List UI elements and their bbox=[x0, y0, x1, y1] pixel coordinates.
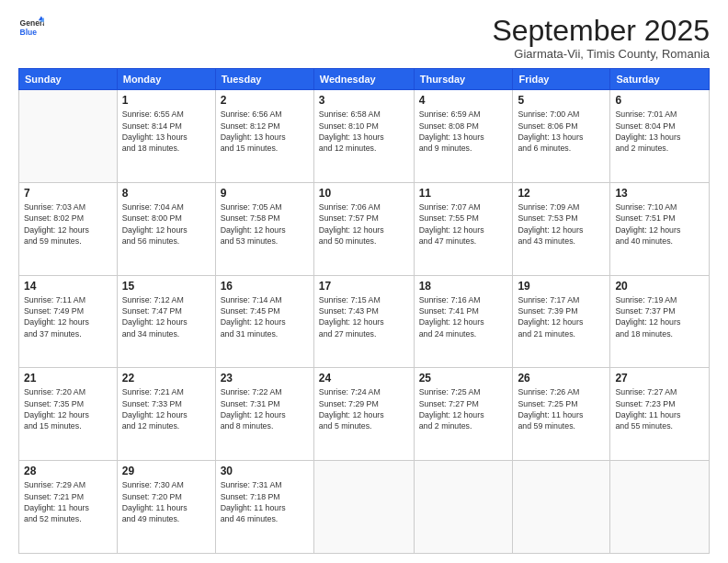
day-info: Sunrise: 7:16 AM Sunset: 7:41 PM Dayligh… bbox=[419, 294, 508, 339]
calendar-cell: 11Sunrise: 7:07 AM Sunset: 7:55 PM Dayli… bbox=[414, 182, 513, 275]
day-number: 10 bbox=[319, 187, 409, 200]
svg-text:Blue: Blue bbox=[20, 28, 38, 37]
calendar-cell: 19Sunrise: 7:17 AM Sunset: 7:39 PM Dayli… bbox=[513, 275, 610, 368]
calendar-cell: 29Sunrise: 7:30 AM Sunset: 7:20 PM Dayli… bbox=[117, 461, 215, 554]
calendar-cell: 23Sunrise: 7:22 AM Sunset: 7:31 PM Dayli… bbox=[215, 368, 313, 461]
day-info: Sunrise: 6:56 AM Sunset: 8:12 PM Dayligh… bbox=[221, 109, 309, 154]
calendar-cell: 4Sunrise: 6:59 AM Sunset: 8:08 PM Daylig… bbox=[414, 90, 513, 183]
calendar-cell bbox=[513, 461, 610, 554]
day-number: 13 bbox=[615, 187, 704, 200]
day-header-friday: Friday bbox=[513, 69, 610, 90]
day-number: 22 bbox=[122, 372, 210, 385]
day-number: 28 bbox=[24, 465, 112, 477]
calendar-cell: 27Sunrise: 7:27 AM Sunset: 7:23 PM Dayli… bbox=[610, 368, 710, 461]
calendar-cell: 24Sunrise: 7:24 AM Sunset: 7:29 PM Dayli… bbox=[313, 368, 414, 461]
day-info: Sunrise: 7:06 AM Sunset: 7:57 PM Dayligh… bbox=[319, 201, 409, 247]
day-info: Sunrise: 7:30 AM Sunset: 7:20 PM Dayligh… bbox=[122, 479, 210, 524]
day-header-saturday: Saturday bbox=[610, 69, 710, 90]
day-number: 8 bbox=[122, 187, 210, 200]
day-number: 3 bbox=[319, 94, 409, 107]
day-info: Sunrise: 7:21 AM Sunset: 7:33 PM Dayligh… bbox=[122, 386, 210, 431]
calendar-cell: 7Sunrise: 7:03 AM Sunset: 8:02 PM Daylig… bbox=[19, 182, 118, 275]
day-number: 20 bbox=[615, 280, 704, 293]
day-info: Sunrise: 7:10 AM Sunset: 7:51 PM Dayligh… bbox=[615, 201, 704, 247]
calendar-cell: 2Sunrise: 6:56 AM Sunset: 8:12 PM Daylig… bbox=[215, 90, 313, 183]
logo: General Blue bbox=[18, 15, 44, 40]
day-number: 30 bbox=[221, 465, 309, 477]
calendar-cell: 18Sunrise: 7:16 AM Sunset: 7:41 PM Dayli… bbox=[414, 275, 513, 368]
day-number: 9 bbox=[221, 187, 309, 200]
day-number: 29 bbox=[122, 465, 210, 477]
day-info: Sunrise: 7:05 AM Sunset: 7:58 PM Dayligh… bbox=[221, 201, 309, 247]
calendar-cell: 14Sunrise: 7:11 AM Sunset: 7:49 PM Dayli… bbox=[19, 275, 118, 368]
day-info: Sunrise: 7:26 AM Sunset: 7:25 PM Dayligh… bbox=[518, 386, 605, 431]
day-number: 26 bbox=[518, 372, 605, 385]
calendar-cell: 28Sunrise: 7:29 AM Sunset: 7:21 PM Dayli… bbox=[19, 461, 118, 554]
day-info: Sunrise: 7:03 AM Sunset: 8:02 PM Dayligh… bbox=[24, 201, 112, 247]
calendar-cell: 17Sunrise: 7:15 AM Sunset: 7:43 PM Dayli… bbox=[313, 275, 414, 368]
day-number: 15 bbox=[122, 280, 210, 293]
calendar-cell: 30Sunrise: 7:31 AM Sunset: 7:18 PM Dayli… bbox=[215, 461, 313, 554]
calendar-cell: 21Sunrise: 7:20 AM Sunset: 7:35 PM Dayli… bbox=[19, 368, 118, 461]
day-info: Sunrise: 7:00 AM Sunset: 8:06 PM Dayligh… bbox=[518, 109, 605, 154]
day-info: Sunrise: 6:59 AM Sunset: 8:08 PM Dayligh… bbox=[419, 109, 508, 154]
day-header-tuesday: Tuesday bbox=[215, 69, 313, 90]
day-number: 14 bbox=[24, 280, 112, 293]
day-number: 1 bbox=[122, 94, 210, 107]
calendar-cell: 22Sunrise: 7:21 AM Sunset: 7:33 PM Dayli… bbox=[117, 368, 215, 461]
day-number: 7 bbox=[24, 187, 112, 200]
day-header-thursday: Thursday bbox=[414, 69, 513, 90]
day-number: 18 bbox=[419, 280, 508, 293]
calendar-cell: 5Sunrise: 7:00 AM Sunset: 8:06 PM Daylig… bbox=[513, 90, 610, 183]
day-number: 25 bbox=[419, 372, 508, 385]
day-info: Sunrise: 7:07 AM Sunset: 7:55 PM Dayligh… bbox=[419, 201, 508, 247]
calendar-cell: 20Sunrise: 7:19 AM Sunset: 7:37 PM Dayli… bbox=[610, 275, 710, 368]
day-info: Sunrise: 7:25 AM Sunset: 7:27 PM Dayligh… bbox=[419, 386, 508, 431]
day-number: 4 bbox=[419, 94, 508, 107]
day-number: 17 bbox=[319, 280, 409, 293]
day-number: 27 bbox=[615, 372, 704, 385]
day-number: 21 bbox=[24, 372, 112, 385]
calendar-cell: 15Sunrise: 7:12 AM Sunset: 7:47 PM Dayli… bbox=[117, 275, 215, 368]
day-header-monday: Monday bbox=[117, 69, 215, 90]
day-info: Sunrise: 7:09 AM Sunset: 7:53 PM Dayligh… bbox=[518, 201, 605, 247]
day-info: Sunrise: 7:15 AM Sunset: 7:43 PM Dayligh… bbox=[319, 294, 409, 339]
calendar-cell bbox=[313, 461, 414, 554]
location: Giarmata-Vii, Timis County, Romania bbox=[492, 47, 710, 61]
calendar-cell: 25Sunrise: 7:25 AM Sunset: 7:27 PM Dayli… bbox=[414, 368, 513, 461]
day-info: Sunrise: 7:04 AM Sunset: 8:00 PM Dayligh… bbox=[122, 201, 210, 247]
month-title: September 2025 bbox=[492, 15, 710, 47]
day-info: Sunrise: 6:58 AM Sunset: 8:10 PM Dayligh… bbox=[319, 109, 409, 154]
calendar-cell bbox=[19, 90, 118, 183]
day-number: 11 bbox=[419, 187, 508, 200]
day-info: Sunrise: 7:12 AM Sunset: 7:47 PM Dayligh… bbox=[122, 294, 210, 339]
day-number: 23 bbox=[221, 372, 309, 385]
calendar-cell: 13Sunrise: 7:10 AM Sunset: 7:51 PM Dayli… bbox=[610, 182, 710, 275]
calendar-cell bbox=[414, 461, 513, 554]
day-header-sunday: Sunday bbox=[19, 69, 118, 90]
calendar-cell: 6Sunrise: 7:01 AM Sunset: 8:04 PM Daylig… bbox=[610, 90, 710, 183]
calendar-cell: 10Sunrise: 7:06 AM Sunset: 7:57 PM Dayli… bbox=[313, 182, 414, 275]
calendar-cell: 9Sunrise: 7:05 AM Sunset: 7:58 PM Daylig… bbox=[215, 182, 313, 275]
day-info: Sunrise: 7:14 AM Sunset: 7:45 PM Dayligh… bbox=[221, 294, 309, 339]
calendar-cell: 12Sunrise: 7:09 AM Sunset: 7:53 PM Dayli… bbox=[513, 182, 610, 275]
day-info: Sunrise: 7:11 AM Sunset: 7:49 PM Dayligh… bbox=[24, 294, 112, 339]
calendar-cell: 3Sunrise: 6:58 AM Sunset: 8:10 PM Daylig… bbox=[313, 90, 414, 183]
calendar-table: SundayMondayTuesdayWednesdayThursdayFrid… bbox=[18, 68, 710, 554]
calendar-cell: 26Sunrise: 7:26 AM Sunset: 7:25 PM Dayli… bbox=[513, 368, 610, 461]
day-number: 2 bbox=[221, 94, 309, 107]
day-info: Sunrise: 7:22 AM Sunset: 7:31 PM Dayligh… bbox=[221, 386, 309, 431]
day-number: 19 bbox=[518, 280, 605, 293]
calendar-cell: 16Sunrise: 7:14 AM Sunset: 7:45 PM Dayli… bbox=[215, 275, 313, 368]
day-number: 24 bbox=[319, 372, 409, 385]
day-info: Sunrise: 7:27 AM Sunset: 7:23 PM Dayligh… bbox=[615, 386, 704, 431]
day-number: 6 bbox=[615, 94, 704, 107]
day-number: 12 bbox=[518, 187, 605, 200]
day-info: Sunrise: 7:29 AM Sunset: 7:21 PM Dayligh… bbox=[24, 479, 112, 524]
calendar-cell bbox=[610, 461, 710, 554]
day-info: Sunrise: 7:17 AM Sunset: 7:39 PM Dayligh… bbox=[518, 294, 605, 339]
day-info: Sunrise: 6:55 AM Sunset: 8:14 PM Dayligh… bbox=[122, 109, 210, 154]
day-number: 16 bbox=[221, 280, 309, 293]
day-info: Sunrise: 7:19 AM Sunset: 7:37 PM Dayligh… bbox=[615, 294, 704, 339]
calendar-cell: 8Sunrise: 7:04 AM Sunset: 8:00 PM Daylig… bbox=[117, 182, 215, 275]
